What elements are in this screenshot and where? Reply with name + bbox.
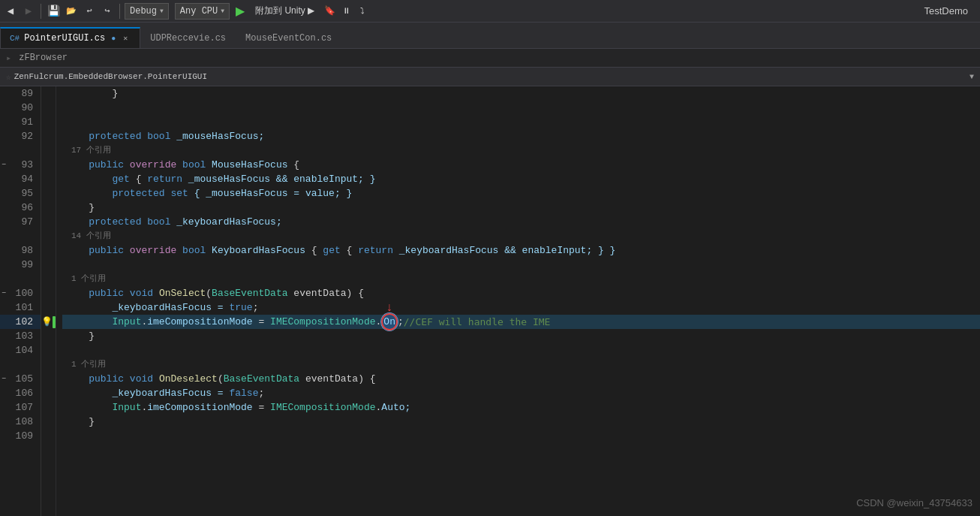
- tab-mouse-label: MouseEventCon.cs: [245, 33, 332, 44]
- gutter-row: [41, 143, 56, 158]
- save-icon[interactable]: 💾: [46, 4, 61, 19]
- code-line: }: [62, 415, 980, 429]
- hint-icon: 💡: [41, 316, 53, 327]
- code-line: [62, 101, 980, 115]
- line-num: 101: [0, 300, 41, 315]
- debug-label: Debug: [130, 6, 157, 17]
- line-num: 94: [0, 172, 41, 186]
- undo-icon[interactable]: ↩: [82, 4, 97, 19]
- gutter-row: [41, 386, 56, 400]
- line-num: 96: [0, 201, 41, 215]
- line-num: 104: [0, 343, 41, 358]
- gutter-row: [41, 343, 56, 358]
- line-num: 95: [0, 186, 41, 201]
- line-num: 107: [0, 400, 41, 415]
- cpu-dropdown[interactable]: Any CPU ▼: [175, 3, 230, 20]
- sub-tabbar: ▸ zFBrowser: [0, 49, 980, 68]
- code-line: _keyboardHasFocus = false;: [62, 386, 980, 400]
- code-container: 89909192−93949596979899−100101102103104−…: [0, 86, 980, 516]
- gutter-row: [41, 229, 56, 243]
- nav-dropdown-arrow[interactable]: ▼: [969, 73, 974, 81]
- line-num: 99: [0, 258, 41, 272]
- gutter-row: [41, 358, 56, 372]
- tab-pointer-dot: ●: [111, 35, 116, 43]
- line-num: 97: [0, 215, 41, 229]
- cpu-dropdown-arrow: ▼: [221, 8, 224, 14]
- gutter-row: [41, 400, 56, 415]
- debug-dropdown-arrow: ▼: [160, 8, 164, 14]
- nav-path: ZenFulcrum.EmbeddedBrowser.PointerUIGUI: [14, 72, 207, 81]
- code-line: protected bool _keyboardHasFocus;: [62, 215, 980, 229]
- gutter-row: [41, 300, 56, 315]
- code-line: [62, 343, 980, 358]
- sub-tab-zfbrowser-label: zFBrowser: [19, 53, 68, 63]
- code-line: Input.imeCompositionMode = IMECompositio…: [62, 315, 980, 329]
- separator-1: [41, 4, 41, 19]
- gutter-row: [41, 215, 56, 229]
- redo-icon[interactable]: ↪: [100, 4, 115, 19]
- code-line: protected bool _mouseHasFocus;: [62, 129, 980, 143]
- ref-count: 14 个引用: [71, 229, 111, 243]
- code-line: [62, 115, 980, 129]
- line-num: [0, 272, 41, 286]
- line-num: 89: [0, 86, 41, 101]
- tab-pointer-label: PointerUIGUI.cs: [24, 33, 105, 44]
- play-button[interactable]: ▶: [233, 4, 248, 18]
- line-num: 103: [0, 329, 41, 343]
- line-num: 102: [0, 315, 41, 329]
- tab-udp[interactable]: UDPReccevie.cs: [140, 27, 236, 48]
- debug-step-icon[interactable]: ⏸: [338, 4, 353, 19]
- debug-dropdown[interactable]: Debug ▼: [125, 3, 169, 20]
- app-title: TestDemo: [924, 5, 977, 17]
- sub-tab-zfbrowser[interactable]: zFBrowser: [14, 53, 72, 63]
- toolbar-icons-group: 🔖 ⏸ ⤵: [322, 4, 370, 19]
- gutter-row: [41, 429, 56, 443]
- line-num: 109: [0, 429, 41, 443]
- bookmark-icon[interactable]: 🔖: [322, 4, 337, 19]
- code-line: public override bool KeyboardHasFocus { …: [62, 243, 980, 258]
- step-over-icon[interactable]: ⤵: [355, 4, 370, 19]
- line-num: 92: [0, 129, 41, 143]
- tab-pointer[interactable]: C# PointerUIGUI.cs ● ✕: [0, 27, 140, 48]
- forward-icon[interactable]: ▶: [21, 4, 36, 19]
- ref-count-line: 17 个引用: [62, 143, 980, 158]
- gutter-row: 💡: [41, 315, 56, 329]
- gutter-row: [41, 172, 56, 186]
- nav-bar: ☆ ZenFulcrum.EmbeddedBrowser.PointerUIGU…: [0, 68, 980, 86]
- tab-mouse[interactable]: MouseEventCon.cs: [236, 27, 341, 48]
- line-num: −100: [0, 286, 41, 300]
- line-num: 108: [0, 415, 41, 429]
- gutter-row: [41, 186, 56, 201]
- gutter-row: [41, 129, 56, 143]
- code-gutter: 💡: [41, 86, 56, 516]
- code-line: }: [62, 86, 980, 101]
- open-icon[interactable]: 📂: [64, 4, 79, 19]
- gutter-row: [41, 243, 56, 258]
- red-arrow-up: On↓: [381, 313, 398, 330]
- separator-2: [119, 4, 120, 19]
- gutter-row: [41, 272, 56, 286]
- gutter-row: [41, 201, 56, 215]
- code-line: }: [62, 329, 980, 343]
- tab-pointer-icon: C#: [10, 34, 20, 43]
- line-num: 98: [0, 243, 41, 258]
- sub-tab-icon: ▸: [6, 53, 11, 64]
- toolbar: ◀ ▶ 💾 📂 ↩ ↪ Debug ▼ Any CPU ▼ ▶ 附加到 Unit…: [0, 0, 980, 23]
- gutter-row: [41, 415, 56, 429]
- attach-unity-button[interactable]: 附加到 Unity ▶: [251, 3, 319, 19]
- cpu-label: Any CPU: [180, 6, 218, 17]
- ref-count: 1 个引用: [71, 272, 106, 286]
- gutter-row: [41, 158, 56, 172]
- line-num: 106: [0, 386, 41, 400]
- code-line: public void OnSelect(BaseEventData event…: [62, 286, 980, 300]
- line-num: 90: [0, 101, 41, 115]
- code-editor[interactable]: } protected bool _mouseHasFocus;17 个引用 p…: [56, 86, 980, 516]
- line-numbers: 89909192−93949596979899−100101102103104−…: [0, 86, 41, 516]
- red-down-arrow: ↓: [386, 301, 393, 315]
- back-icon[interactable]: ◀: [3, 4, 18, 19]
- line-num: 91: [0, 115, 41, 129]
- code-line: get { return _mouseHasFocus && enableInp…: [62, 172, 980, 186]
- tab-pointer-close[interactable]: ✕: [120, 33, 131, 44]
- line-num: −93: [0, 158, 41, 172]
- tabbar: C# PointerUIGUI.cs ● ✕ UDPReccevie.cs Mo…: [0, 23, 980, 49]
